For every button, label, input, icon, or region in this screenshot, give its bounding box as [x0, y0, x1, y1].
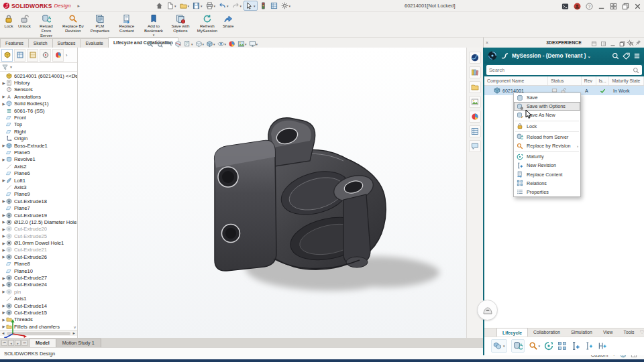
tree-filter[interactable]: ▼	[0, 63, 77, 72]
plm-properties-button[interactable]: PLM Properties	[87, 13, 113, 34]
tree-item[interactable]: Plane9	[0, 191, 77, 198]
expand-arrow-icon[interactable]: ▶	[1, 213, 6, 217]
expand-arrow-icon[interactable]: ▶	[1, 143, 6, 147]
redo-button[interactable]: ▾	[231, 1, 244, 10]
search-box[interactable]	[486, 65, 642, 75]
menu-item-save[interactable]: Save	[514, 93, 580, 102]
tree-item[interactable]: ▶Ø12.0 (12.5) Diameter Hole1	[0, 219, 77, 225]
relations-action-button[interactable]	[557, 341, 567, 351]
apply-scene-button[interactable]: ▾	[237, 40, 247, 48]
dropdown-caret-icon[interactable]: ▾	[245, 42, 247, 46]
lock-button[interactable]: Lock	[1, 13, 16, 29]
tab-surfaces[interactable]: Surfaces	[52, 38, 81, 48]
menu-item-relations[interactable]: Relations	[514, 179, 580, 188]
tree-item[interactable]: Plane10	[0, 267, 77, 274]
forum-tab[interactable]	[469, 140, 481, 152]
tree-item[interactable]: ▶History	[0, 79, 77, 86]
close-icon[interactable]	[634, 3, 641, 10]
home-button[interactable]	[154, 1, 164, 10]
expand-arrow-icon[interactable]: ▶	[1, 255, 6, 259]
expand-arrow-icon[interactable]: ▶	[1, 102, 6, 106]
search-icon[interactable]	[612, 52, 619, 60]
annotation-views-button[interactable]: ▾	[184, 40, 193, 48]
panel-tab-lifecycle[interactable]: Lifecycle	[496, 328, 528, 337]
expand-arrow-icon[interactable]: ▶	[1, 158, 6, 162]
3dexperience-globe-tab[interactable]	[469, 52, 481, 64]
replace-component-action-button[interactable]	[598, 341, 607, 351]
column-header-is-[interactable]: Is...	[596, 76, 610, 85]
panel-close-icon[interactable]: ×	[486, 40, 488, 45]
tree-item[interactable]: ▶Cut-Extrude24	[0, 282, 77, 288]
view-orientation-button[interactable]: ▾	[195, 40, 205, 48]
tree-item[interactable]: Plane8	[0, 261, 77, 267]
tree-item[interactable]: Origin	[0, 135, 77, 142]
tree-root-item[interactable]: 60214001 (60214001) <<Default>_P	[0, 72, 77, 79]
expand-arrow-icon[interactable]: ▶	[1, 304, 6, 308]
tab-scroll-button-2[interactable]: ▸	[15, 340, 21, 346]
column-header-status[interactable]: Status	[548, 76, 582, 85]
menu-item-lock[interactable]: Lock	[514, 122, 580, 131]
previous-view-button[interactable]	[165, 40, 172, 48]
tree-item[interactable]: ▶Loft1	[0, 177, 77, 184]
dropdown-caret-icon[interactable]: ▾	[256, 42, 258, 46]
design-library-tab[interactable]	[469, 66, 481, 78]
replace-revision-action-button[interactable]: ▾	[529, 341, 541, 351]
avatar[interactable]	[574, 3, 581, 10]
dropdown-caret-icon[interactable]: ▾	[227, 4, 229, 8]
dropdown-caret-icon[interactable]: ▾	[203, 42, 205, 46]
expand-arrow-icon[interactable]: ▶	[1, 234, 6, 238]
expand-arrow-icon[interactable]: ▶	[1, 199, 6, 203]
minimize-icon[interactable]	[598, 3, 605, 10]
save-button[interactable]: ▾	[191, 1, 204, 10]
file-explorer-tab[interactable]	[469, 81, 481, 93]
panel-tab-view[interactable]: View	[598, 328, 619, 337]
zoom-fit-button[interactable]	[146, 40, 154, 48]
search-field-icon[interactable]	[633, 67, 639, 74]
panel-tab-simulation[interactable]: Simulation	[566, 328, 598, 337]
tree-item[interactable]: ▶Cut-Extrude21	[0, 247, 77, 253]
edit-appearance-button[interactable]	[228, 40, 235, 48]
tab-scroll-button-0[interactable]: ⏮	[1, 340, 7, 346]
tree-item[interactable]: ▶pin	[0, 288, 77, 295]
menu-item-properties[interactable]: Properties	[514, 188, 580, 196]
unlock-button[interactable]: Unlock	[16, 13, 33, 29]
dropdown-caret-icon[interactable]: ▾	[503, 344, 505, 348]
search-input[interactable]	[489, 67, 633, 73]
dropdown-caret-icon[interactable]: ▾	[225, 42, 227, 46]
dropdown-caret-icon[interactable]: ▾	[174, 4, 176, 8]
select-arrow-button[interactable]: ▾	[244, 1, 258, 11]
expand-arrow-icon[interactable]: ▶	[1, 310, 6, 314]
expand-arrow-icon[interactable]: ▶	[1, 283, 6, 287]
tab-evaluate[interactable]: Evaluate	[80, 38, 108, 48]
insert-existing-action-button[interactable]	[584, 341, 594, 351]
displaymanager-tab[interactable]	[52, 49, 64, 62]
zoom-area-button[interactable]	[156, 40, 163, 48]
favorites-heart-icon[interactable]: ♡	[639, 328, 644, 337]
tree-item[interactable]: Plane5	[0, 149, 77, 156]
float-icon[interactable]	[591, 41, 597, 47]
column-header-rev[interactable]: Rev	[582, 76, 596, 85]
scroll-right-icon[interactable]: ►	[72, 331, 76, 335]
dropdown-caret-icon[interactable]: ▾	[213, 42, 215, 46]
maturity-action-button[interactable]	[544, 341, 553, 351]
bulk-save-action-button[interactable]: ▾	[491, 339, 507, 353]
dropdown-caret-icon[interactable]: ▾	[214, 4, 216, 8]
tree-item[interactable]: ▶Cut-Extrude15	[0, 309, 77, 316]
dropdown-caret-icon[interactable]: ▾	[153, 34, 155, 36]
restore-icon[interactable]	[619, 41, 625, 47]
replace-by-revision-button[interactable]: Replace By Revision	[60, 13, 87, 34]
close-icon[interactable]	[629, 41, 635, 47]
tree-item[interactable]: ▶Cut-Extrude14	[0, 302, 77, 309]
undo-button[interactable]: ▾	[217, 1, 230, 10]
expand-arrow-icon[interactable]: ▶	[1, 178, 6, 182]
tag-icon[interactable]	[623, 52, 630, 60]
3d-part-model[interactable]	[188, 99, 449, 300]
command-prompt-icon[interactable]	[561, 3, 569, 10]
appearances-tab[interactable]	[469, 111, 481, 123]
featuremanager-tab[interactable]	[1, 49, 13, 62]
dropdown-caret-icon[interactable]: ▾	[201, 4, 203, 8]
tree-scroll-up-icon[interactable]: ᴧ	[74, 73, 76, 77]
tree-item[interactable]: Right	[0, 128, 77, 135]
new-document-button[interactable]: ▾	[165, 1, 178, 10]
expand-arrow-icon[interactable]: ▶	[1, 81, 6, 85]
